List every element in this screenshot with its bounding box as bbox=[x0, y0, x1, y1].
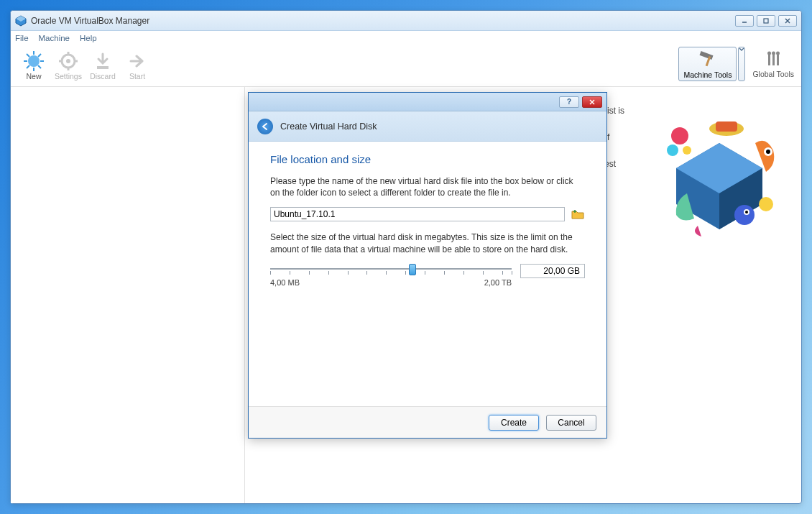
dialog-paragraph-1: Please type the name of the new virtual … bbox=[270, 175, 585, 198]
cancel-button[interactable]: Cancel bbox=[546, 415, 596, 431]
back-button[interactable] bbox=[257, 119, 273, 134]
svg-rect-35 bbox=[716, 121, 737, 132]
svg-line-10 bbox=[38, 65, 41, 68]
svg-point-31 bbox=[671, 127, 688, 144]
settings-button[interactable]: Settings bbox=[51, 50, 86, 81]
window-title: Oracle VM VirtualBox Manager bbox=[31, 16, 735, 26]
dialog-header: Create Virtual Hard Disk bbox=[249, 111, 606, 142]
start-arrow-icon bbox=[126, 50, 148, 72]
folder-icon bbox=[571, 207, 585, 221]
create-disk-dialog: ? Create Virtual Hard Disk File location… bbox=[248, 92, 607, 439]
svg-rect-20 bbox=[699, 51, 713, 60]
svg-point-27 bbox=[776, 52, 780, 55]
dialog-heading: File location and size bbox=[270, 153, 585, 165]
svg-point-32 bbox=[667, 144, 678, 156]
create-button[interactable]: Create bbox=[489, 415, 539, 431]
size-slider[interactable] bbox=[270, 264, 512, 277]
svg-rect-19 bbox=[97, 66, 109, 69]
menu-help[interactable]: Help bbox=[80, 34, 97, 42]
dialog-help-button[interactable]: ? bbox=[559, 96, 579, 108]
svg-line-9 bbox=[27, 54, 29, 57]
menu-machine[interactable]: Machine bbox=[39, 34, 70, 42]
dialog-footer: Create Cancel bbox=[249, 406, 606, 438]
titlebar: Oracle VM VirtualBox Manager bbox=[11, 11, 801, 31]
dialog-paragraph-2: Select the size of the virtual hard disk… bbox=[270, 231, 585, 254]
dialog-title-text: Create Virtual Hard Disk bbox=[280, 121, 377, 132]
svg-point-41 bbox=[759, 197, 773, 211]
svg-point-25 bbox=[767, 52, 771, 55]
slider-thumb[interactable] bbox=[409, 264, 416, 275]
toolbar: New Settings Discard Start bbox=[11, 45, 801, 87]
discard-icon bbox=[92, 50, 114, 72]
browse-folder-button[interactable] bbox=[571, 207, 585, 221]
machine-tools-label: Machine Tools bbox=[683, 70, 732, 79]
maximize-button[interactable] bbox=[757, 15, 775, 27]
slider-min-label: 4,00 MB bbox=[270, 278, 300, 287]
svg-line-12 bbox=[27, 65, 29, 68]
dialog-body: File location and size Please type the n… bbox=[249, 142, 606, 297]
arrow-left-icon bbox=[261, 122, 269, 131]
slider-max-label: 2,00 TB bbox=[484, 278, 512, 287]
svg-point-37 bbox=[766, 150, 770, 154]
size-input[interactable] bbox=[520, 264, 585, 278]
chevron-down-icon bbox=[739, 47, 744, 52]
virtualbox-icon bbox=[15, 15, 27, 27]
svg-rect-3 bbox=[764, 19, 768, 23]
svg-line-11 bbox=[38, 54, 41, 57]
svg-point-26 bbox=[772, 52, 775, 55]
virtualbox-mascot-image bbox=[647, 100, 791, 244]
dialog-close-button[interactable] bbox=[582, 96, 602, 108]
menubar: File Machine Help bbox=[11, 31, 801, 45]
machine-tools-button[interactable]: Machine Tools bbox=[678, 47, 737, 81]
discard-button[interactable]: Discard bbox=[86, 50, 120, 81]
settings-label: Settings bbox=[55, 72, 82, 81]
global-tools-button[interactable]: Global Tools bbox=[749, 47, 797, 80]
svg-point-33 bbox=[683, 146, 691, 155]
svg-point-40 bbox=[745, 211, 748, 214]
hammer-icon bbox=[697, 50, 719, 70]
start-label: Start bbox=[129, 72, 145, 81]
file-location-input[interactable] bbox=[270, 207, 565, 221]
wrench-icon bbox=[762, 50, 784, 70]
svg-point-4 bbox=[28, 55, 40, 67]
new-button[interactable]: New bbox=[17, 50, 51, 81]
svg-point-38 bbox=[734, 205, 755, 225]
sunburst-icon bbox=[23, 50, 45, 72]
start-button[interactable]: Start bbox=[120, 50, 154, 81]
discard-label: Discard bbox=[90, 72, 116, 81]
machine-tools-dropdown[interactable] bbox=[738, 47, 745, 81]
vm-list-sidebar[interactable] bbox=[11, 87, 245, 503]
global-tools-label: Global Tools bbox=[752, 70, 794, 78]
close-button[interactable] bbox=[778, 15, 797, 27]
gear-icon bbox=[57, 50, 79, 72]
new-label: New bbox=[26, 72, 41, 81]
window-buttons bbox=[735, 15, 797, 27]
menu-file[interactable]: File bbox=[15, 34, 29, 42]
minimize-button[interactable] bbox=[735, 15, 754, 27]
close-icon bbox=[589, 99, 595, 105]
svg-point-14 bbox=[66, 59, 70, 63]
dialog-titlebar: ? bbox=[249, 93, 606, 111]
